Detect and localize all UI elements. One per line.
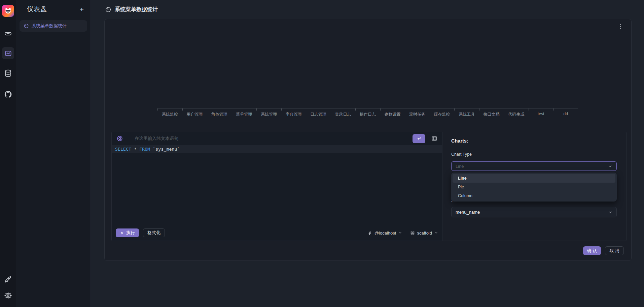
sidebar-item-database[interactable]: [2, 67, 14, 80]
gauge-icon: [105, 6, 111, 13]
axis-tick-label: 登录日志: [331, 109, 356, 117]
sql-table-name: `sys_menu`: [153, 147, 180, 152]
chart-type-label: Chart Type: [451, 152, 472, 157]
axis-tick-label: 系统管理: [256, 109, 281, 117]
sql-keyword: SELECT: [115, 147, 131, 152]
dashboard-chart-icon: [4, 50, 12, 57]
dropdown-option[interactable]: Pie: [453, 183, 615, 191]
main-area: 系统菜单数据统计 系统监控 用户管理 角色管理 菜单管理 系统管理 字典管理: [91, 0, 644, 307]
enter-icon: [416, 136, 422, 141]
sql-keyword: FROM: [139, 147, 150, 152]
play-icon: [120, 231, 124, 235]
dashboard-list-item[interactable]: 系统菜单数据统计: [20, 20, 87, 32]
link-icon: [4, 30, 12, 38]
nl-query-toolbar: 在这里输入纯文本语句: [112, 132, 442, 145]
database-select[interactable]: scaffold: [410, 231, 438, 236]
dashboard-item-label: 系统菜单数据统计: [32, 23, 67, 29]
icon-rail: [0, 0, 16, 307]
nl-query-input[interactable]: 在这里输入纯文本语句: [127, 135, 408, 142]
table-icon: [431, 135, 437, 142]
database-icon: [4, 69, 12, 78]
axis-tick-label: 菜单管理: [232, 109, 257, 117]
connection-icon: [367, 231, 372, 236]
database-icon: [410, 231, 415, 236]
dropdown-option[interactable]: Line: [453, 174, 615, 183]
dashboard-widget-card: 系统监控 用户管理 角色管理 菜单管理 系统管理 字典管理 日志管理 登录日志 …: [104, 19, 632, 261]
axis-tick-label: 接口文档: [479, 109, 504, 117]
axis-tick-label: 角色管理: [207, 109, 232, 117]
gear-icon: [4, 291, 12, 300]
connection-selectors: @localhost scaffold: [367, 231, 438, 236]
dropdown-option[interactable]: Column: [453, 191, 615, 200]
add-dashboard-button[interactable]: +: [79, 6, 84, 13]
axis-tick-label: 日志管理: [306, 109, 331, 117]
editor-bottom-bar: 执行 格式化 @localhost: [116, 228, 438, 237]
query-config-panel: 在这里输入纯文本语句 SELECT *: [111, 132, 627, 241]
github-icon: [4, 90, 12, 99]
chart-type-value: Line: [456, 164, 464, 169]
axis-tick-label: 系统监控: [157, 109, 182, 117]
widget-menu-button[interactable]: [617, 24, 623, 31]
cancel-button[interactable]: 取 消: [605, 246, 624, 255]
axis-labels: 系统监控 用户管理 角色管理 菜单管理 系统管理 字典管理 日志管理 登录日志 …: [157, 109, 578, 117]
upgrade-button[interactable]: [2, 273, 14, 285]
axis-tick-label: 系统工具: [454, 109, 479, 117]
chevron-down-icon: [608, 210, 612, 214]
chart-config-column: Charts: Chart Type Line yAxis menu_name: [442, 132, 626, 241]
charts-panel-title: Charts:: [451, 138, 617, 144]
ai-target-icon: [116, 135, 123, 142]
sidebar-item-connections[interactable]: [2, 28, 14, 40]
sidebar-title: 仪表盘: [27, 5, 47, 13]
panda-logo-icon: [4, 7, 12, 14]
chart-x-axis: 系统监控 用户管理 角色管理 菜单管理 系统管理 字典管理 日志管理 登录日志 …: [157, 108, 578, 117]
axis-tick-label: 定时任务: [405, 109, 430, 117]
yaxis-value: menu_name: [456, 210, 480, 215]
yaxis-select[interactable]: menu_name: [451, 207, 617, 217]
sql-editor[interactable]: SELECT * FROM `sys_menu`: [112, 145, 442, 153]
axis-tick-label: 缓存监控: [430, 109, 455, 117]
app-logo[interactable]: [2, 5, 14, 17]
confirm-button[interactable]: 确 认: [583, 246, 601, 255]
sql-star: *: [134, 147, 137, 152]
chevron-down-icon: [608, 164, 612, 168]
rocket-icon: [4, 275, 12, 284]
axis-tick-label: 代码生成: [504, 109, 529, 117]
dashboard-sidebar: 仪表盘 + 系统菜单数据统计: [16, 0, 91, 307]
chart-type-select[interactable]: Line: [451, 161, 617, 171]
axis-tick-label: 参数设置: [380, 109, 405, 117]
axis-tick-label: 操作日志: [355, 109, 380, 117]
result-table-button[interactable]: [431, 135, 437, 142]
chart-type-dropdown: Line Pie Column: [451, 173, 617, 202]
axis-tick-label: 字典管理: [281, 109, 306, 117]
axis-tick-label: 用户管理: [182, 109, 207, 117]
axis-tick-label: dd: [553, 109, 578, 117]
sidebar-item-dashboard[interactable]: [2, 47, 14, 59]
gauge-icon: [24, 23, 29, 29]
format-sql-button[interactable]: 格式化: [143, 228, 165, 237]
chevron-down-icon: [434, 231, 438, 235]
page-title: 系统菜单数据统计: [115, 6, 158, 13]
sidebar-item-github[interactable]: [2, 88, 14, 100]
widget-footer: 确 认 取 消: [583, 246, 624, 255]
sql-editor-column: 在这里输入纯文本语句 SELECT *: [112, 132, 442, 241]
settings-button[interactable]: [2, 289, 14, 302]
connection-select[interactable]: @localhost: [367, 231, 402, 236]
run-sql-button[interactable]: 执行: [116, 228, 139, 237]
chevron-down-icon: [398, 231, 402, 235]
axis-tick-label: test: [529, 109, 553, 117]
nl-submit-button[interactable]: [413, 134, 425, 143]
page-header: 系统菜单数据统计: [91, 0, 644, 19]
